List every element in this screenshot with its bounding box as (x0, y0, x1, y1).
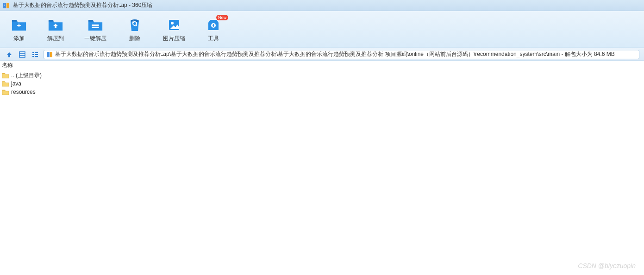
svg-rect-16 (32, 52, 34, 53)
extract-to-icon (48, 18, 63, 32)
svg-rect-19 (35, 54, 38, 55)
add-button[interactable]: 添加 (6, 16, 31, 44)
file-list: .. (上级目录) java resources (0, 70, 644, 97)
svg-rect-21 (35, 56, 38, 57)
delete-button[interactable]: 删除 (122, 16, 147, 44)
zip-file-icon (47, 51, 53, 58)
one-click-extract-icon (88, 18, 103, 32)
watermark: CSDN @biyezuopin (578, 262, 636, 269)
one-click-extract-button[interactable]: 一键解压 (80, 16, 111, 44)
delete-icon (127, 18, 143, 32)
main-toolbar: 添加 解压到 一键解压 (0, 11, 644, 48)
svg-rect-6 (19, 24, 19, 27)
up-button[interactable] (5, 50, 14, 59)
delete-label: 删除 (129, 35, 140, 43)
parent-dir-label: .. (上级目录) (11, 72, 42, 79)
add-folder-icon (11, 18, 27, 32)
column-header-row: 名称 (0, 61, 644, 70)
folder-resources-label: resources (11, 89, 36, 95)
path-input[interactable]: 基于大数据的音乐流行趋势预测及推荐分析.zip\基于大数据的音乐流行趋势预测及推… (44, 50, 639, 59)
arrow-up-icon (6, 51, 13, 58)
svg-rect-18 (32, 54, 34, 55)
folder-java-row[interactable]: java (2, 79, 642, 88)
path-text: 基于大数据的音乐流行趋势预测及推荐分析.zip\基于大数据的音乐流行趋势预测及推… (55, 50, 615, 58)
new-badge: New (216, 15, 228, 20)
svg-rect-20 (32, 56, 34, 57)
folder-icon (2, 80, 9, 87)
one-click-extract-label: 一键解压 (84, 35, 106, 43)
svg-rect-13 (19, 52, 25, 57)
folder-icon (2, 89, 9, 95)
svg-rect-4 (4, 6, 5, 6)
image-compress-label: 图片压缩 (163, 35, 185, 43)
tools-label: 工具 (208, 35, 219, 43)
tools-button[interactable]: New 工具 (201, 16, 226, 44)
svg-rect-17 (35, 52, 38, 53)
view-details-button[interactable] (18, 50, 27, 59)
window-titlebar: 基于大数据的音乐流行趋势预测及推荐分析.zip - 360压缩 (0, 0, 644, 11)
svg-rect-2 (4, 4, 5, 4)
view-list-icon (31, 51, 39, 58)
view-details-icon (19, 51, 26, 58)
folder-resources-row[interactable]: resources (2, 88, 642, 96)
folder-icon (2, 72, 9, 79)
svg-rect-1 (6, 3, 9, 8)
app-icon (3, 2, 10, 9)
svg-rect-8 (92, 27, 99, 28)
svg-rect-23 (50, 52, 52, 57)
parent-dir-row[interactable]: .. (上级目录) (2, 71, 642, 79)
svg-rect-22 (47, 52, 50, 57)
extract-to-button[interactable]: 解压到 (43, 16, 69, 44)
path-bar: 基于大数据的音乐流行趋势预测及推荐分析.zip\基于大数据的音乐流行趋势预测及推… (0, 48, 644, 61)
svg-point-11 (171, 22, 174, 24)
svg-rect-7 (92, 24, 99, 26)
view-list-button[interactable] (31, 50, 40, 59)
image-compress-icon (166, 18, 182, 32)
svg-rect-3 (4, 5, 5, 5)
window-title: 基于大数据的音乐流行趋势预测及推荐分析.zip - 360压缩 (13, 1, 641, 9)
extract-to-label: 解压到 (47, 35, 64, 43)
image-compress-button[interactable]: 图片压缩 (158, 16, 190, 44)
column-name-header[interactable]: 名称 (2, 61, 13, 69)
add-label: 添加 (13, 35, 25, 43)
folder-java-label: java (11, 80, 21, 87)
